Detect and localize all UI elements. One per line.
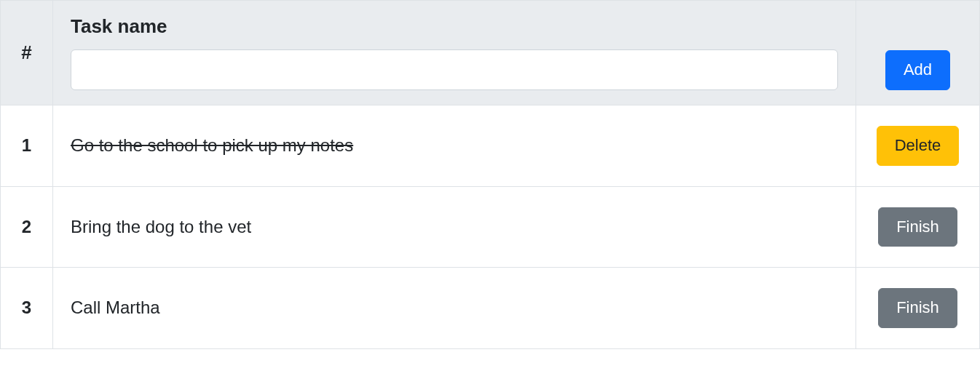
column-header-action: Add (856, 1, 980, 105)
task-name-text: Call Martha (71, 298, 160, 317)
table-row: 3 Call Martha Finish (1, 268, 980, 349)
task-index: 2 (1, 186, 53, 268)
table-row: 1 Go to the school to pick up my notes D… (1, 105, 980, 187)
task-table-body: 1 Go to the school to pick up my notes D… (1, 105, 980, 349)
task-name-cell: Go to the school to pick up my notes (53, 105, 856, 187)
task-name-input[interactable] (71, 49, 838, 90)
task-name-text: Bring the dog to the vet (71, 217, 251, 236)
task-action-cell: Finish (856, 268, 980, 349)
task-index: 3 (1, 268, 53, 349)
task-action-cell: Delete (856, 105, 980, 187)
delete-button[interactable]: Delete (877, 126, 960, 166)
task-name-cell: Call Martha (53, 268, 856, 349)
task-action-cell: Finish (856, 186, 980, 268)
table-row: 2 Bring the dog to the vet Finish (1, 186, 980, 268)
task-name-label: Task name (71, 15, 838, 38)
finish-button[interactable]: Finish (878, 288, 957, 328)
finish-button[interactable]: Finish (878, 207, 957, 247)
column-header-number: # (1, 1, 53, 105)
task-name-cell: Bring the dog to the vet (53, 186, 856, 268)
task-index: 1 (1, 105, 53, 187)
task-name-text: Go to the school to pick up my notes (71, 135, 353, 155)
add-button[interactable]: Add (885, 50, 950, 90)
task-table: # Task name Add 1 Go to the school to pi… (0, 0, 980, 349)
column-header-taskname: Task name (53, 1, 856, 105)
